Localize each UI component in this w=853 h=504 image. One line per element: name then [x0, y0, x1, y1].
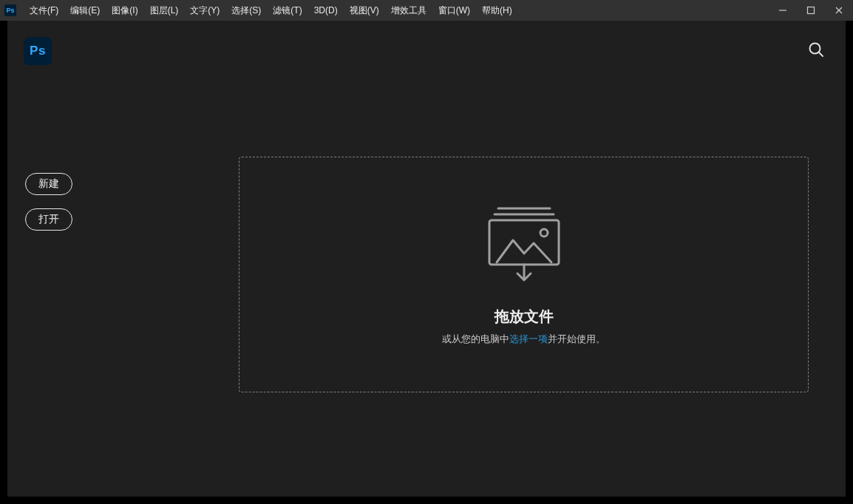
- menu-select[interactable]: 选择(S): [225, 1, 267, 20]
- window-minimize-button[interactable]: [769, 0, 797, 21]
- menu-type[interactable]: 文字(Y): [184, 1, 225, 20]
- app-icon-label: Ps: [6, 7, 14, 14]
- menu-plugins[interactable]: 增效工具: [385, 1, 432, 20]
- minimize-icon: [778, 6, 787, 15]
- svg-line-5: [819, 52, 823, 56]
- svg-point-9: [540, 229, 548, 236]
- menu-edit[interactable]: 编辑(E): [64, 1, 106, 20]
- menu-filter[interactable]: 滤镜(T): [267, 1, 307, 20]
- image-stack-icon: [483, 203, 565, 285]
- app-logo[interactable]: Ps: [24, 37, 52, 65]
- dropzone-browse-link[interactable]: 选择一项: [509, 333, 548, 344]
- open-file-button[interactable]: 打开: [25, 208, 72, 231]
- menu-help[interactable]: 帮助(H): [476, 1, 518, 20]
- open-file-label: 打开: [38, 213, 59, 226]
- search-icon: [807, 41, 825, 58]
- titlebar: Ps 文件(F) 编辑(E) 图像(I) 图层(L) 文字(Y) 选择(S) 滤…: [0, 0, 853, 21]
- maximize-icon: [806, 6, 815, 15]
- dropzone-caption-before: 或从您的电脑中: [442, 333, 509, 344]
- home-sidebar-buttons: 新建 打开: [25, 173, 72, 231]
- menu-file[interactable]: 文件(F): [24, 1, 64, 20]
- close-icon: [835, 6, 843, 15]
- home-screen: Ps 新建 打开: [7, 21, 846, 497]
- dropzone-caption-after: 并开始使用。: [548, 333, 605, 344]
- titlebar-left: Ps 文件(F) 编辑(E) 图像(I) 图层(L) 文字(Y) 选择(S) 滤…: [4, 1, 518, 20]
- new-file-button[interactable]: 新建: [25, 173, 72, 195]
- new-file-label: 新建: [38, 177, 59, 191]
- home-topbar: Ps: [7, 21, 846, 81]
- dropzone-illustration: [483, 203, 565, 287]
- svg-rect-1: [808, 7, 815, 14]
- search-button[interactable]: [807, 41, 825, 61]
- menu-image[interactable]: 图像(I): [106, 1, 143, 20]
- dropzone-title: 拖放文件: [495, 307, 554, 327]
- app-logo-label: Ps: [30, 44, 46, 58]
- file-dropzone[interactable]: 拖放文件 或从您的电脑中选择一项并开始使用。: [239, 157, 809, 392]
- menu-window[interactable]: 窗口(W): [432, 1, 476, 20]
- menu-layer[interactable]: 图层(L): [144, 1, 185, 20]
- window-close-button[interactable]: [825, 0, 853, 21]
- dropzone-caption: 或从您的电脑中选择一项并开始使用。: [442, 333, 605, 346]
- window-maximize-button[interactable]: [797, 0, 825, 21]
- app-icon-small: Ps: [4, 4, 16, 16]
- menu-view[interactable]: 视图(V): [344, 1, 385, 20]
- menu-3d[interactable]: 3D(D): [308, 2, 344, 18]
- window-controls: [769, 0, 853, 21]
